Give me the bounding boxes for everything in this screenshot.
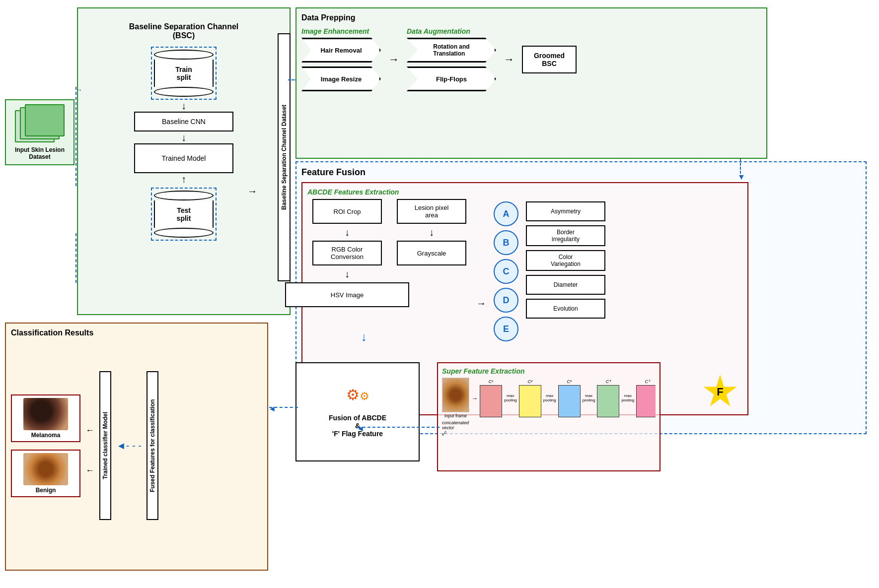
sf-block-c1	[480, 385, 502, 417]
ff-title: Feature Fusion	[301, 167, 861, 178]
feature-evolution: Evolution	[526, 299, 605, 319]
img-enhancement-label: Image Enhancement	[301, 27, 381, 35]
rgb-conversion-box: RGB Color Conversion	[312, 241, 382, 265]
classification-section: Classification Results Melanoma Benign ←…	[5, 323, 268, 571]
data-aug-label: Data Augmentation	[407, 27, 496, 35]
arrows-to-samples: ← ←	[85, 415, 94, 476]
f-badge: F	[703, 375, 737, 409]
arrow-rgb-hsv: ↓	[345, 269, 350, 279]
cylinder-body-test: Test split	[154, 200, 214, 228]
lesion-pixel-box: Lesion pixel area	[397, 199, 466, 224]
skin-samples-group: Melanoma Benign	[11, 394, 80, 497]
benign-label: Benign	[14, 487, 77, 494]
arrow-down-ff: ▼	[737, 173, 745, 182]
ff-arrow-down: ↓	[361, 330, 367, 344]
sf-max-pool-1: maxpooling	[504, 393, 517, 402]
image-stack	[15, 104, 65, 144]
image-resize-arrow: Image Resize	[301, 66, 381, 91]
image-enhancement-group: Image Enhancement Hair Removal Image Res…	[301, 27, 381, 91]
arrow-roi-rgb: ↓	[345, 227, 350, 237]
fusion-gears-icon: ⚙⚙	[346, 386, 369, 403]
arrow-cnn-model: ↓	[181, 132, 186, 142]
arrow-to-fusion: ◄	[357, 424, 365, 433]
dp-arrow-2: →	[504, 53, 514, 66]
img-card-3	[25, 104, 65, 136]
sf-max-pool-3: maxpooling	[583, 393, 595, 402]
benign-image	[23, 453, 68, 485]
sf-max-pool-4: maxpooling	[621, 393, 634, 402]
arrow-left-fused: ◄	[268, 404, 276, 413]
train-split-cylinder: Train split	[154, 50, 214, 97]
arrow-train-cnn: ↓	[181, 101, 186, 111]
sf-layer-c1: C¹	[480, 379, 502, 417]
fused-features-box: Fused Features for classification	[146, 371, 158, 520]
main-container: Input Skin Lesion Dataset Baseline Separ…	[0, 0, 879, 588]
input-dataset-box: Input Skin Lesion Dataset	[5, 99, 74, 165]
melanoma-sample: Melanoma	[11, 394, 80, 442]
cylinder-bottom-train	[154, 87, 214, 97]
groomed-bsc-box: Groomed BSC	[522, 46, 577, 73]
circle-e: E	[494, 317, 518, 341]
dp-title: Data Prepping	[301, 13, 761, 22]
test-split-cylinder: Test split	[154, 191, 214, 238]
sf-input-image	[442, 378, 469, 412]
feature-asymmetry: Asymmetry	[526, 201, 605, 221]
grayscale-box: Grayscale	[397, 241, 466, 265]
sf-block-c4	[597, 385, 619, 417]
cylinder-top-test	[154, 191, 214, 200]
dp-inner: Image Enhancement Hair Removal Image Res…	[301, 27, 761, 91]
abcde-title: ABCDE Features Extraction	[307, 188, 742, 196]
feature-diameter: Diameter	[526, 275, 605, 295]
sf-c5-label: C⁵	[645, 379, 651, 384]
sf-layer-c5: C⁵	[636, 379, 656, 417]
circle-a: A	[494, 201, 518, 226]
sf-to-fusion-arrow	[358, 427, 440, 428]
fusion-box: ⚙⚙ Fusion of ABCDE & 'F' Flag Feature	[295, 362, 420, 461]
sf-block-c3	[558, 385, 581, 417]
class-title: Classification Results	[11, 328, 262, 337]
bsc-title: Baseline Separation Channel (BSC)	[83, 13, 285, 40]
bsc-content: Train split ↓ Baseline CNN ↓ Trained Mod…	[83, 44, 285, 327]
input-to-train-line	[75, 87, 76, 186]
data-aug-arrows: Rotation and Translation Flip-Flops	[407, 38, 496, 91]
trained-model-box: Trained Model	[134, 143, 233, 173]
bsc-vertical-label: Baseline Separation Channel Dataset	[278, 33, 291, 281]
rotation-arrow: Rotation and Translation	[407, 38, 496, 63]
baseline-cnn-box: Baseline CNN	[134, 112, 233, 131]
img-enhancement-arrows: Hair Removal Image Resize	[301, 38, 381, 91]
sf-c1-label: C¹	[489, 379, 494, 384]
class-inner: Melanoma Benign ← ← Trained classifier M…	[11, 341, 262, 550]
sf-input-col: input frame	[442, 378, 469, 418]
circle-d: D	[494, 288, 518, 313]
hair-removal-arrow: Hair Removal	[301, 38, 381, 63]
f-badge-container: F	[703, 375, 737, 409]
sf-title: Super Feature Extraction	[442, 367, 656, 375]
sf-layer-c2: C²	[519, 379, 541, 417]
arrow-to-train: →	[75, 86, 82, 94]
hsv-image-box: HSV Image	[285, 282, 409, 307]
trained-classifier-box: Trained classifier Model	[99, 371, 111, 520]
sf-c4-label: C⁴	[606, 379, 611, 384]
dp-arrow-1: →	[388, 53, 399, 66]
bsc-section: Baseline Separation Channel (BSC) Train …	[77, 7, 291, 315]
cylinder-top-train	[154, 50, 214, 60]
sf-input-label: input frame	[444, 413, 467, 418]
input-to-test-line	[75, 233, 76, 283]
flip-flops-arrow: Flip-Flops	[407, 66, 496, 91]
sf-layer-c4: C⁴	[597, 379, 619, 417]
sf-block-c5	[636, 385, 656, 417]
super-feature-section: Super Feature Extraction input frame → C…	[437, 362, 660, 471]
arrow-lesion-gray: ↓	[429, 227, 434, 237]
melanoma-label: Melanoma	[14, 432, 77, 439]
sf-c3-label: C³	[567, 379, 572, 384]
cylinder-bottom-test	[154, 228, 214, 238]
groomed-to-ff-arrow	[740, 159, 741, 174]
sf-visual: input frame → C¹ maxpooling C² maxpoolin…	[442, 378, 656, 418]
class-arrow-left: ◄- - -	[116, 440, 142, 452]
roi-crop-box: ROI Crop	[312, 199, 382, 224]
circle-c: C	[494, 259, 518, 284]
arrow-model-right: →	[247, 186, 257, 197]
sf-arrow-input: →	[471, 394, 478, 402]
cylinder-body-train: Train split	[154, 60, 214, 87]
benign-sample: Benign	[11, 450, 80, 497]
